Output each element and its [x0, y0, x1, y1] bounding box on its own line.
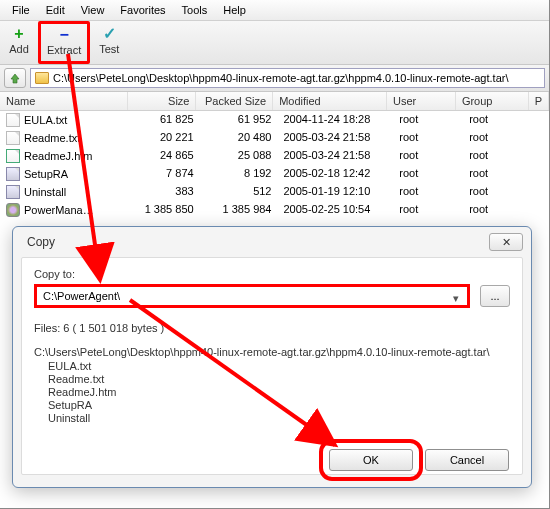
file-user: root: [393, 112, 463, 128]
file-name: ReadmeJ.htm: [24, 150, 92, 162]
folder-icon: [35, 72, 49, 84]
table-row[interactable]: PowerMana…1 385 8501 385 9842005-02-25 1…: [0, 201, 549, 219]
file-modified: 2005-01-19 12:10: [277, 184, 393, 200]
file-icon: [6, 167, 20, 181]
ok-label: OK: [363, 454, 379, 466]
table-row[interactable]: Readme.txt20 22120 4802005-03-24 21:58ro…: [0, 129, 549, 147]
file-modified: 2005-03-24 21:58: [277, 148, 393, 164]
file-size: 7 874: [130, 166, 200, 182]
list-item: EULA.txt: [48, 360, 510, 373]
menu-favorites[interactable]: Favorites: [112, 2, 173, 18]
list-item: Readme.txt: [48, 373, 510, 386]
file-icon: [6, 113, 20, 127]
dialog-file-list: EULA.txtReadme.txtReadmeJ.htmSetupRAUnin…: [48, 360, 510, 425]
file-size: 20 221: [130, 130, 200, 146]
col-name[interactable]: Name: [0, 92, 128, 110]
file-modified: 2004-11-24 18:28: [277, 112, 393, 128]
file-list: EULA.txt61 82561 9522004-11-24 18:28root…: [0, 111, 549, 219]
file-packed: 61 952: [200, 112, 278, 128]
add-label: Add: [9, 43, 29, 55]
file-icon: [6, 185, 20, 199]
menubar: File Edit View Favorites Tools Help: [0, 0, 549, 21]
dialog-close-button[interactable]: ✕: [489, 233, 523, 251]
file-group: root: [463, 112, 537, 128]
column-header: Name Size Packed Size Modified User Grou…: [0, 92, 549, 111]
file-name: EULA.txt: [24, 114, 67, 126]
address-bar: C:\Users\PeteLong\Desktop\hppm40-linux-r…: [0, 65, 549, 92]
close-icon: ✕: [502, 236, 511, 249]
file-packed: 20 480: [200, 130, 278, 146]
file-modified: 2005-02-25 10:54: [277, 202, 393, 218]
file-modified: 2005-03-24 21:58: [277, 130, 393, 146]
table-row[interactable]: EULA.txt61 82561 9522004-11-24 18:28root…: [0, 111, 549, 129]
file-packed: 1 385 984: [200, 202, 278, 218]
toolbar: + Add − Extract ✓ Test: [0, 21, 549, 65]
ok-button[interactable]: OK: [329, 449, 413, 471]
test-label: Test: [99, 43, 119, 55]
up-arrow-icon: [9, 72, 21, 84]
file-group: root: [463, 184, 537, 200]
col-group[interactable]: Group: [456, 92, 529, 110]
file-size: 24 865: [130, 148, 200, 164]
col-size[interactable]: Size: [128, 92, 197, 110]
file-user: root: [393, 184, 463, 200]
dialog-title: Copy: [27, 235, 55, 249]
cancel-label: Cancel: [450, 454, 484, 466]
col-user[interactable]: User: [387, 92, 456, 110]
file-group: root: [463, 166, 537, 182]
copy-to-label: Copy to:: [34, 268, 510, 280]
browse-button[interactable]: ...: [480, 285, 510, 307]
up-button[interactable]: [4, 68, 26, 88]
col-modified[interactable]: Modified: [273, 92, 387, 110]
test-button[interactable]: ✓ Test: [92, 23, 126, 62]
file-size: 1 385 850: [130, 202, 200, 218]
menu-file[interactable]: File: [4, 2, 38, 18]
file-group: root: [463, 202, 537, 218]
cancel-button[interactable]: Cancel: [425, 449, 509, 471]
table-row[interactable]: ReadmeJ.htm24 86525 0882005-03-24 21:58r…: [0, 147, 549, 165]
file-packed: 25 088: [200, 148, 278, 164]
table-row[interactable]: Uninstall3835122005-01-19 12:10rootroot: [0, 183, 549, 201]
menu-help[interactable]: Help: [215, 2, 254, 18]
file-size: 61 825: [130, 112, 200, 128]
address-text: C:\Users\PeteLong\Desktop\hppm40-linux-r…: [53, 72, 509, 84]
summary-text: Files: 6 ( 1 501 018 bytes ): [34, 322, 510, 334]
copy-dialog: Copy ✕ Copy to: C:\PowerAgent\ ▾ ... Fil…: [12, 226, 532, 488]
destination-text: C:\PowerAgent\: [43, 290, 120, 302]
minus-icon: −: [59, 26, 68, 44]
check-icon: ✓: [103, 25, 116, 43]
file-group: root: [463, 130, 537, 146]
file-name: Readme.txt: [24, 132, 80, 144]
menu-view[interactable]: View: [73, 2, 113, 18]
file-name: Uninstall: [24, 186, 66, 198]
list-item: Uninstall: [48, 412, 510, 425]
file-user: root: [393, 166, 463, 182]
plus-icon: +: [14, 25, 23, 43]
list-item: ReadmeJ.htm: [48, 386, 510, 399]
browse-label: ...: [490, 290, 499, 302]
file-user: root: [393, 130, 463, 146]
extract-button[interactable]: − Extract: [38, 21, 90, 64]
address-field[interactable]: C:\Users\PeteLong\Desktop\hppm40-linux-r…: [30, 68, 545, 88]
menu-edit[interactable]: Edit: [38, 2, 73, 18]
file-modified: 2005-02-18 12:42: [277, 166, 393, 182]
file-group: root: [463, 148, 537, 164]
destination-input[interactable]: C:\PowerAgent\ ▾: [34, 284, 470, 308]
extract-label: Extract: [47, 44, 81, 56]
file-packed: 512: [200, 184, 278, 200]
dropdown-icon[interactable]: ▾: [449, 291, 463, 305]
source-path: C:\Users\PeteLong\Desktop\hppm40-linux-r…: [34, 346, 510, 358]
col-packed[interactable]: Packed Size: [196, 92, 273, 110]
col-extra[interactable]: P: [529, 92, 549, 110]
table-row[interactable]: SetupRA7 8748 1922005-02-18 12:42rootroo…: [0, 165, 549, 183]
file-user: root: [393, 148, 463, 164]
file-name: SetupRA: [24, 168, 68, 180]
file-size: 383: [130, 184, 200, 200]
menu-tools[interactable]: Tools: [174, 2, 216, 18]
file-name: PowerMana…: [24, 204, 94, 216]
file-icon: [6, 203, 20, 217]
add-button[interactable]: + Add: [2, 23, 36, 62]
file-icon: [6, 131, 20, 145]
file-packed: 8 192: [200, 166, 278, 182]
file-icon: [6, 149, 20, 163]
